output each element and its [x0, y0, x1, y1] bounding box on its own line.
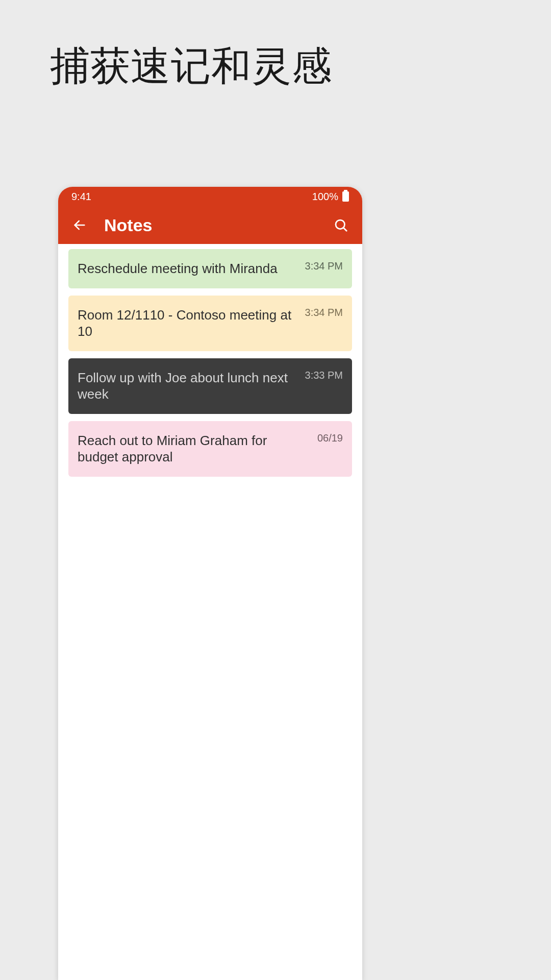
svg-line-2 [343, 228, 346, 231]
phone-frame: 9:41 100% Notes Reschedule meeting with … [58, 187, 362, 980]
back-button[interactable] [70, 216, 89, 234]
page-headline: 捕获速记和灵感 [0, 0, 551, 93]
note-text: Follow up with Joe about lunch next week [78, 370, 299, 403]
status-bar: 9:41 100% [58, 187, 362, 206]
note-text: Room 12/1110 - Contoso meeting at 10 [78, 307, 299, 340]
notes-list: Reschedule meeting with Miranda 3:34 PM … [58, 244, 362, 489]
note-card[interactable]: Reschedule meeting with Miranda 3:34 PM [68, 249, 352, 288]
note-text: Reach out to Miriam Graham for budget ap… [78, 432, 311, 465]
note-card[interactable]: Reach out to Miriam Graham for budget ap… [68, 421, 352, 477]
note-text: Reschedule meeting with Miranda [78, 260, 299, 277]
note-card[interactable]: Follow up with Joe about lunch next week… [68, 358, 352, 414]
note-time: 3:34 PM [305, 260, 343, 272]
search-button[interactable] [332, 216, 350, 234]
app-bar: Notes [58, 206, 362, 244]
note-card[interactable]: Room 12/1110 - Contoso meeting at 10 3:3… [68, 296, 352, 351]
note-time: 3:33 PM [305, 370, 343, 381]
app-title: Notes [104, 215, 332, 235]
note-time: 06/19 [317, 432, 343, 444]
battery-icon [342, 191, 349, 202]
note-time: 3:34 PM [305, 307, 343, 318]
arrow-left-icon [72, 218, 87, 232]
status-time: 9:41 [71, 191, 91, 203]
battery-percent: 100% [312, 191, 338, 203]
status-right: 100% [312, 191, 349, 203]
search-icon [333, 217, 348, 233]
